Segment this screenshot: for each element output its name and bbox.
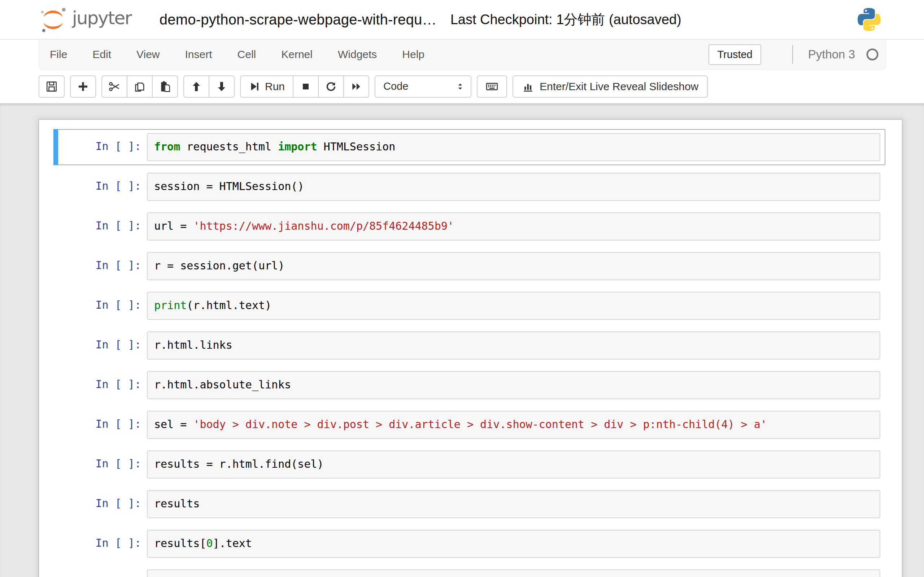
paste-cells-button[interactable]	[152, 76, 178, 98]
menu-bar: File Edit View Insert Cell Kernel Widget…	[49, 46, 449, 63]
code-line: sel = 'body > div.note > div.post > div.…	[154, 417, 874, 431]
arrow-up-icon	[190, 81, 202, 93]
scissors-icon	[108, 80, 121, 93]
restart-run-all-button[interactable]	[343, 76, 369, 98]
menu-item-help[interactable]: Help	[401, 46, 425, 63]
menubar-row: File Edit View Insert Cell Kernel Widget…	[0, 40, 924, 69]
header: jupyter demo-python-scrape-webpage-with-…	[0, 0, 924, 103]
menu-item-kernel[interactable]: Kernel	[281, 46, 313, 63]
save-button[interactable]	[39, 76, 65, 98]
cell-input[interactable]: from requests_html import HTMLSession	[147, 133, 880, 161]
notebook-container: In [ ]: from requests_html import HTMLSe…	[39, 119, 902, 577]
checkpoint-status: Last Checkpoint: 1分钟前 (autosaved)	[451, 10, 682, 29]
cell-type-select[interactable]: Code	[375, 76, 472, 98]
cell-input[interactable]: results[0].absolute_links	[147, 569, 880, 577]
fast-forward-icon	[351, 81, 362, 92]
code-line: from requests_html import HTMLSession	[154, 140, 874, 154]
menu-item-cell[interactable]: Cell	[237, 46, 257, 63]
code-cell[interactable]: In [ ]: r = session.get(url)	[53, 248, 885, 284]
menu-item-view[interactable]: View	[136, 46, 160, 63]
copy-icon	[133, 80, 146, 93]
clipboard-group	[102, 76, 178, 98]
cell-input[interactable]: print(r.html.text)	[147, 292, 880, 320]
kernel-idle-indicator	[865, 47, 880, 62]
cell-input[interactable]: url = 'https://www.jianshu.com/p/85f4624…	[147, 213, 880, 240]
code-cell[interactable]: In [ ]: results[0].text	[53, 526, 885, 562]
stop-icon	[300, 81, 312, 92]
cell-prompt: In [ ]:	[58, 490, 147, 518]
separator	[792, 45, 793, 64]
move-group	[183, 76, 234, 98]
code-cell[interactable]: In [ ]: session = HTMLSession()	[53, 169, 885, 205]
jupyter-logo[interactable]: jupyter	[39, 5, 131, 34]
cell-input[interactable]: results	[147, 490, 880, 518]
cell-prompt: In [ ]:	[58, 371, 147, 399]
slideshow-label: Enter/Exit Live Reveal Slideshow	[540, 81, 698, 93]
toolbar: Run Code	[0, 69, 924, 103]
cell-input[interactable]: r.html.links	[147, 331, 880, 359]
code-cell[interactable]: In [ ]: print(r.html.text)	[53, 288, 885, 324]
keyboard-icon	[485, 80, 499, 93]
cell-prompt: In [ ]:	[58, 133, 147, 161]
code-cell[interactable]: In [ ]: sel = 'body > div.note > div.pos…	[53, 407, 885, 443]
command-palette-button[interactable]	[477, 76, 507, 98]
cell-prompt: In [ ]:	[58, 450, 147, 479]
code-cell[interactable]: In [ ]: results = r.html.find(sel)	[53, 446, 885, 482]
cell-input[interactable]: sel = 'body > div.note > div.post > div.…	[147, 411, 880, 439]
run-button[interactable]: Run	[240, 76, 294, 98]
title-row: jupyter demo-python-scrape-webpage-with-…	[0, 0, 924, 40]
menu-item-file[interactable]: File	[49, 46, 68, 63]
slideshow-button[interactable]: Enter/Exit Live Reveal Slideshow	[512, 76, 708, 98]
code-cell[interactable]: In [ ]: from requests_html import HTMLSe…	[53, 129, 885, 165]
plus-icon	[77, 81, 89, 93]
menu-item-insert[interactable]: Insert	[184, 46, 213, 63]
cell-input[interactable]: r.html.absolute_links	[147, 371, 880, 399]
cell-prompt: In [ ]:	[58, 213, 147, 240]
arrow-down-icon	[215, 81, 228, 93]
cell-prompt: In [ ]:	[58, 530, 147, 558]
add-cell-button[interactable]	[70, 76, 96, 98]
cell-prompt: In [ ]:	[58, 173, 147, 201]
cut-cells-button[interactable]	[102, 76, 128, 98]
code-line: results	[154, 497, 874, 511]
code-line: url = 'https://www.jianshu.com/p/85f4624…	[154, 219, 874, 233]
code-line: r.html.links	[154, 338, 874, 352]
code-cell[interactable]: In [ ]: results[0].absolute_links	[53, 566, 885, 577]
cell-input[interactable]: r = session.get(url)	[147, 252, 880, 280]
trusted-button[interactable]: Trusted	[709, 44, 761, 65]
code-line: session = HTMLSession()	[154, 180, 874, 193]
restart-icon	[325, 81, 337, 93]
paste-icon	[158, 80, 171, 93]
save-icon	[45, 80, 58, 93]
jupyter-logo-text: jupyter	[72, 8, 131, 32]
code-cell[interactable]: In [ ]: results	[53, 486, 885, 522]
bar-chart-icon	[522, 81, 534, 93]
notebook-title[interactable]: demo-python-scrape-webpage-with-requ…	[160, 11, 437, 28]
jupyter-planet-icon	[39, 5, 67, 34]
run-label: Run	[265, 81, 285, 93]
cell-prompt: In [ ]:	[58, 411, 147, 439]
cell-type-value: Code	[383, 81, 408, 92]
restart-kernel-button[interactable]	[318, 76, 344, 98]
move-cell-down-button[interactable]	[208, 76, 234, 98]
cell-input[interactable]: results = r.html.find(sel)	[147, 450, 880, 479]
code-line: r = session.get(url)	[154, 259, 874, 272]
cell-input[interactable]: session = HTMLSession()	[147, 173, 880, 201]
code-line: print(r.html.text)	[154, 298, 874, 312]
step-forward-icon	[249, 81, 260, 92]
code-line: r.html.absolute_links	[154, 378, 874, 392]
code-cell[interactable]: In [ ]: r.html.links	[53, 327, 885, 364]
cell-prompt: In [ ]:	[58, 569, 147, 577]
move-cell-up-button[interactable]	[183, 76, 209, 98]
code-cell[interactable]: In [ ]: url = 'https://www.jianshu.com/p…	[53, 208, 885, 245]
cell-prompt: In [ ]:	[58, 292, 147, 320]
copy-cells-button[interactable]	[127, 76, 153, 98]
menu-item-edit[interactable]: Edit	[92, 46, 112, 63]
menu-item-widgets[interactable]: Widgets	[337, 46, 378, 63]
notebook-area: In [ ]: from requests_html import HTMLSe…	[0, 103, 924, 577]
cell-prompt: In [ ]:	[58, 331, 147, 359]
interrupt-kernel-button[interactable]	[293, 76, 319, 98]
cell-prompt: In [ ]:	[58, 252, 147, 280]
code-cell[interactable]: In [ ]: r.html.absolute_links	[53, 367, 885, 403]
cell-input[interactable]: results[0].text	[147, 530, 880, 558]
